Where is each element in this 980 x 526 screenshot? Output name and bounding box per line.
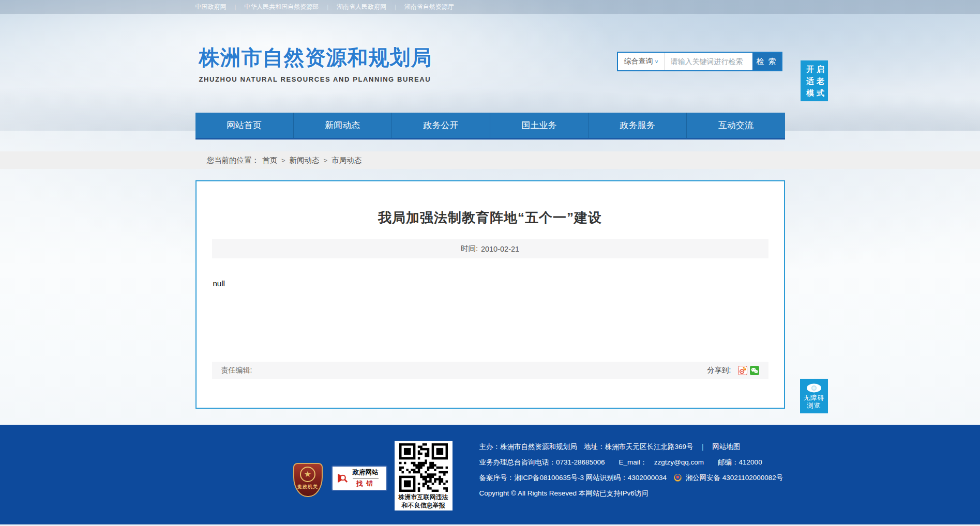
breadcrumb-label: 您当前的位置： (207, 156, 260, 165)
footer-icp-record: 备案序号：湘ICP备08100635号-3 网站识别码：4302000034 (479, 474, 667, 482)
search-category-dropdown[interactable]: 综合查询 ∨ (618, 53, 665, 70)
footer-line-3: 备案序号：湘ICP备08100635号-3 网站识别码：4302000034 湘… (479, 470, 783, 486)
site-header: 株洲市自然资源和规划局 ZHUZHOU NATURAL RESOURCES AN… (195, 14, 785, 113)
search-input[interactable] (665, 53, 752, 70)
breadcrumb-home[interactable]: 首页 (262, 156, 277, 165)
article-body: null (213, 279, 767, 288)
site-title: 株洲市自然资源和规划局 (199, 43, 432, 72)
main-nav: 网站首页 新闻动态 政务公开 国土业务 政务服务 互动交流 (195, 113, 785, 140)
article-container: 我局加强法制教育阵地“五个一”建设 时间: 2010-02-21 null 责任… (195, 180, 785, 409)
article-title: 我局加强法制教育阵地“五个一”建设 (197, 209, 784, 227)
party-gov-badge: ★ 党政机关 (293, 463, 323, 497)
footer-info: 主办：株洲市自然资源和规划局 地址：株洲市天元区长江北路369号 ｜ 网站地图 … (479, 439, 783, 501)
breadcrumb-news[interactable]: 新闻动态 (290, 156, 320, 165)
site-subtitle: ZHUZHOU NATURAL RESOURCES AND PLANNING B… (199, 75, 432, 83)
nav-item-interaction[interactable]: 互动交流 (686, 113, 785, 138)
error-badge-line2: 找错 (353, 479, 379, 488)
error-badge-line1: 政府网站 (353, 468, 379, 478)
qr-caption-line2: 和不良信息举报 (399, 501, 448, 509)
topbar-separator: ｜ (393, 3, 398, 11)
qr-code-image (399, 443, 448, 492)
date-value: 2010-02-21 (481, 245, 519, 253)
topbar-link-natural-resources-ministry[interactable]: 中华人民共和国自然资源部 (244, 3, 319, 11)
footer-line-1: 主办：株洲市自然资源和规划局 地址：株洲市天元区长江北路369号 ｜ 网站地图 (479, 439, 783, 455)
footer-separator: ｜ (699, 443, 706, 451)
sitemap-link[interactable]: 网站地图 (712, 443, 740, 451)
breadcrumb-separator: > (281, 157, 285, 164)
report-qr-code: 株洲市互联网违法 和不良信息举报 (395, 441, 453, 510)
footer: ★ 党政机关 政府网站 找错 株洲市互联网违法 和不良信息举报 (0, 425, 980, 524)
elder-mode-button[interactable]: 开启适老模式 (801, 60, 828, 101)
footer-organizer-address: 主办：株洲市自然资源和规划局 地址：株洲市天元区长江北路369号 (479, 443, 693, 451)
site-logo[interactable]: 株洲市自然资源和规划局 ZHUZHOU NATURAL RESOURCES AN… (199, 43, 432, 83)
wechat-share-icon[interactable] (750, 366, 759, 375)
footer-copyright: Copyright © All Rights Reseved 本网站已支持IPv… (479, 489, 649, 497)
editor-label: 责任编辑: (221, 366, 252, 375)
footer-line-4: Copyright © All Rights Reseved 本网站已支持IPv… (479, 486, 783, 501)
topbar-link-hunan-gov[interactable]: 湖南省人民政府网 (337, 3, 386, 11)
share-label: 分享到: (707, 366, 731, 375)
search-category-label: 综合查询 (624, 57, 653, 66)
topbar-separator: ｜ (233, 3, 238, 11)
breadcrumb-current[interactable]: 市局动态 (331, 156, 361, 165)
accessibility-label: 无障碍浏览 (800, 394, 828, 410)
eye-icon (806, 382, 822, 394)
topbar-separator: ｜ (325, 3, 330, 11)
breadcrumb-separator: > (324, 157, 328, 164)
nav-item-gov-services[interactable]: 政务服务 (588, 113, 686, 138)
article-date-bar: 时间: 2010-02-21 (212, 239, 768, 258)
search-button[interactable]: 检 索 (752, 53, 781, 70)
weibo-share-icon[interactable] (738, 366, 747, 375)
accessibility-button[interactable]: 无障碍浏览 (800, 379, 828, 413)
date-label: 时间: (461, 244, 478, 254)
topbar-link-china-gov[interactable]: 中国政府网 (195, 3, 227, 11)
top-link-bar: 中国政府网 ｜ 中华人民共和国自然资源部 ｜ 湖南省人民政府网 ｜ 湖南省自然资… (0, 0, 980, 14)
find-error-icon (336, 472, 350, 485)
party-badge-emblem: ★ (300, 467, 315, 482)
chevron-down-icon: ∨ (654, 59, 658, 64)
topbar-link-hunan-natural-resources[interactable]: 湖南省自然资源厅 (404, 3, 454, 11)
qr-caption-line1: 株洲市互联网违法 (399, 493, 448, 501)
search-bar: 综合查询 ∨ 检 索 (617, 52, 782, 71)
public-security-record-link[interactable]: 湘公网安备 43021102000082号 (685, 474, 783, 482)
page: 中国政府网 ｜ 中华人民共和国自然资源部 ｜ 湖南省人民政府网 ｜ 湖南省自然资… (0, 0, 980, 526)
public-security-badge-icon (674, 474, 682, 482)
footer-contact: 业务办理总台咨询电话：0731-28685006 E_mail： zzgtzy@… (479, 458, 762, 466)
editor-share-bar: 责任编辑: 分享到: (212, 362, 768, 379)
nav-item-news[interactable]: 新闻动态 (293, 113, 391, 138)
nav-item-land-business[interactable]: 国土业务 (490, 113, 588, 138)
site-error-report-badge[interactable]: 政府网站 找错 (331, 466, 387, 491)
breadcrumb: 您当前的位置： 首页 > 新闻动态 > 市局动态 (195, 151, 785, 169)
party-badge-label: 党政机关 (297, 484, 318, 490)
nav-item-home[interactable]: 网站首页 (195, 113, 293, 138)
breadcrumb-strip: 您当前的位置： 首页 > 新闻动态 > 市局动态 (0, 151, 980, 169)
footer-line-2: 业务办理总台咨询电话：0731-28685006 E_mail： zzgtzy@… (479, 455, 783, 470)
nav-item-gov-disclosure[interactable]: 政务公开 (391, 113, 490, 138)
